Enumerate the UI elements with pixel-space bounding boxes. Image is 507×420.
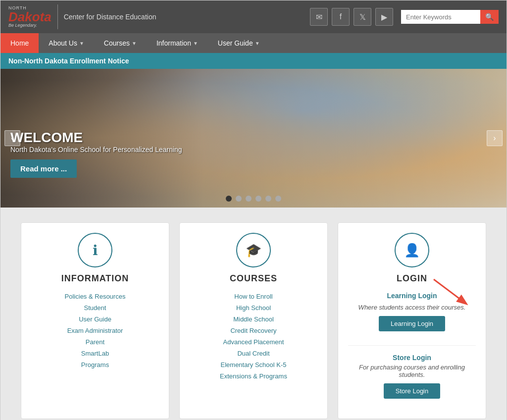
link-how-to-enroll[interactable]: How to Enroll (234, 292, 272, 301)
nav-item-home[interactable]: Home (0, 33, 39, 53)
nav-item-userguide[interactable]: User Guide ▼ (208, 33, 270, 53)
login-icon-circle: 👤 (395, 233, 429, 267)
hero-dot-6[interactable] (275, 196, 281, 202)
link-user-guide[interactable]: User Guide (79, 315, 111, 324)
person-icon: 👤 (404, 243, 420, 258)
link-policies[interactable]: Policies & Resources (65, 292, 126, 301)
information-card-title: INFORMATION (61, 273, 129, 284)
hero-content: WELCOME North Dakota's Online School for… (10, 130, 182, 178)
email-icon[interactable]: ✉ (310, 8, 328, 26)
search-area: 🔍 (401, 10, 499, 24)
logo: NORTH Dakota Be Legendary. (8, 6, 51, 28)
hero-title: WELCOME (10, 130, 182, 146)
chevron-down-icon: ▼ (79, 41, 84, 46)
logo-dakota-text: Dakota (8, 10, 51, 23)
chevron-down-icon: ▼ (132, 41, 137, 46)
notice-bar: Non-North Dakota Enrollment Notice (0, 53, 507, 69)
link-advanced-placement[interactable]: Advanced Placement (223, 337, 284, 347)
login-section: Learning Login Where students access the… (348, 292, 476, 409)
link-dual-credit[interactable]: Dual Credit (237, 349, 269, 358)
link-credit-recovery[interactable]: Credit Recovery (230, 326, 276, 335)
login-divider (348, 345, 476, 346)
main-nav: Home About Us ▼ Courses ▼ Information ▼ … (0, 33, 507, 53)
hero-dot-3[interactable] (246, 196, 252, 202)
hero-section: ‹ › WELCOME North Dakota's Online School… (0, 69, 507, 208)
store-login-button[interactable]: Store Login (384, 383, 441, 399)
search-button[interactable]: 🔍 (480, 10, 499, 24)
graduation-cap-icon: 🎓 (246, 243, 261, 258)
page-wrapper: NORTH Dakota Be Legendary. Center for Di… (0, 0, 507, 420)
courses-icon-circle: 🎓 (236, 233, 271, 267)
learning-login-label[interactable]: Learning Login (387, 292, 437, 300)
hero-subtitle: North Dakota's Online School for Persona… (10, 146, 182, 154)
cards-section: ℹ INFORMATION Policies & Resources Stude… (0, 208, 507, 420)
svg-line-1 (434, 279, 463, 302)
info-icon: ℹ (93, 242, 98, 259)
link-extensions[interactable]: Extensions & Programs (220, 371, 287, 381)
hero-prev-button[interactable]: ‹ (4, 130, 20, 146)
courses-card-title: COURSES (230, 273, 277, 284)
login-card-title: LOGIN (397, 273, 427, 284)
facebook-icon[interactable]: f (332, 8, 350, 26)
link-middle-school[interactable]: Middle School (233, 315, 274, 324)
hero-dot-5[interactable] (265, 196, 271, 202)
logo-area: NORTH Dakota Be Legendary. Center for Di… (8, 4, 156, 29)
read-more-button[interactable]: Read more ... (10, 159, 77, 178)
hero-dot-4[interactable] (255, 196, 261, 202)
chevron-down-icon: ▼ (255, 41, 260, 46)
social-icons: ✉ f 𝕏 ▶ (310, 8, 393, 26)
site-header: NORTH Dakota Be Legendary. Center for Di… (0, 0, 507, 33)
information-links: Policies & Resources Student User Guide … (31, 292, 159, 369)
hero-dots (226, 196, 281, 202)
link-parent[interactable]: Parent (86, 337, 104, 347)
header-divider (57, 4, 58, 29)
link-exam-admin[interactable]: Exam Administrator (67, 326, 123, 335)
link-smartlab[interactable]: SmartLab (81, 349, 109, 358)
store-login-label[interactable]: Store Login (393, 354, 431, 362)
twitter-icon[interactable]: 𝕏 (354, 8, 371, 26)
link-elementary[interactable]: Elementary School K-5 (221, 360, 287, 369)
login-card: 👤 LOGIN (338, 222, 486, 419)
youtube-icon[interactable]: ▶ (375, 8, 393, 26)
learning-login-button[interactable]: Learning Login (379, 316, 445, 331)
store-login-desc: For purchasing courses and enrolling stu… (348, 364, 476, 378)
courses-links: How to Enroll High School Middle School … (190, 292, 317, 381)
information-icon-circle: ℹ (78, 233, 112, 267)
information-card: ℹ INFORMATION Policies & Resources Stude… (21, 222, 169, 419)
hero-dot-2[interactable] (236, 196, 242, 202)
hero-dot-1[interactable] (226, 196, 232, 202)
hero-next-button[interactable]: › (487, 130, 503, 146)
courses-card: 🎓 COURSES How to Enroll High School Midd… (179, 222, 328, 419)
nav-item-about[interactable]: About Us ▼ (39, 33, 94, 53)
site-title: Center for Distance Education (64, 13, 156, 21)
red-arrow (431, 277, 471, 307)
chevron-down-icon: ▼ (193, 41, 198, 46)
link-high-school[interactable]: High School (236, 303, 271, 313)
link-programs[interactable]: Programs (81, 360, 109, 369)
nav-item-courses[interactable]: Courses ▼ (94, 33, 147, 53)
nav-item-information[interactable]: Information ▼ (147, 33, 208, 53)
link-student[interactable]: Student (84, 303, 106, 313)
logo-be-text: Be Legendary. (8, 23, 51, 28)
search-input[interactable] (401, 10, 480, 24)
